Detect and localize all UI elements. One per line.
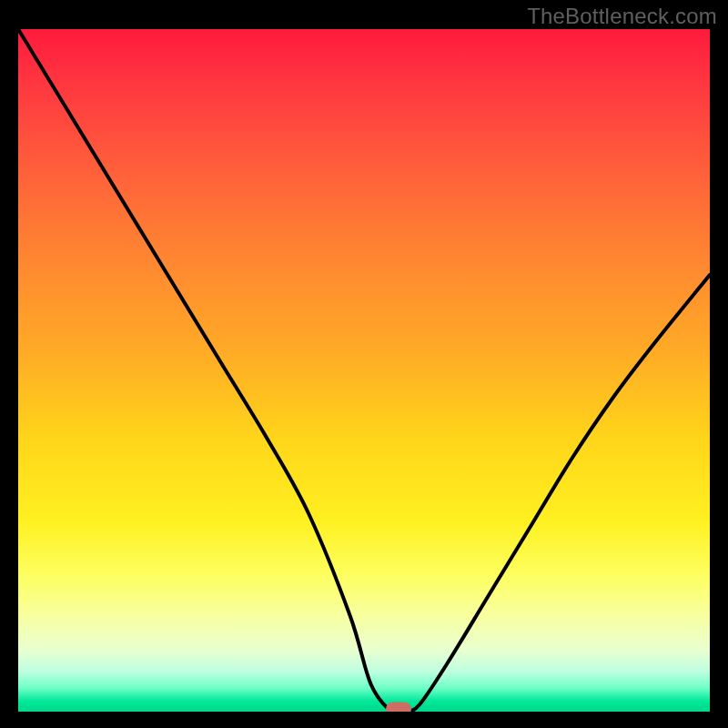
plot-area xyxy=(18,29,710,712)
watermark-text: TheBottleneck.com xyxy=(527,4,717,29)
optimal-marker xyxy=(386,703,411,713)
curve-layer xyxy=(18,29,710,712)
bottleneck-curve xyxy=(18,29,710,712)
chart-frame: TheBottleneck.com xyxy=(0,0,728,728)
